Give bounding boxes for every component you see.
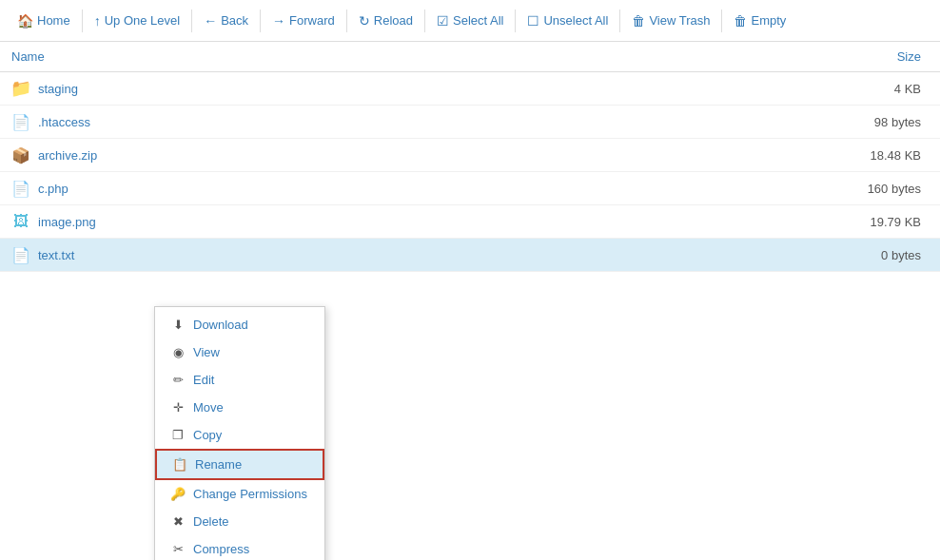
file-size: 19.79 KB [827,205,940,239]
context-menu-label-edit: Edit [193,373,214,387]
table-row[interactable]: 📄 text.txt 0 bytes [0,239,940,272]
copy-icon: ❐ [170,428,186,442]
file-name-cell-cphp: 📄 c.php [0,172,827,205]
up-label: Up One Level [105,13,181,28]
empty-icon: 🗑 [734,13,747,29]
context-menu-label-delete: Delete [193,514,229,529]
table-row[interactable]: 🖼 image.png 19.79 KB [0,205,940,239]
file-size: 98 bytes [827,106,940,139]
context-menu-label-download: Download [193,318,248,332]
download-icon: ⬇ [170,318,186,332]
divider-5 [424,10,425,32]
up-icon: ↑ [94,13,101,29]
file-name: staging [38,82,78,96]
divider-6 [515,10,516,32]
view-trash-icon: 🗑 [632,13,645,29]
context-menu-label-copy: Copy [193,428,222,442]
back-icon: ← [204,13,217,29]
empty-label: Empty [751,13,786,28]
file-name: c.php [38,182,69,196]
context-menu-item-change-permissions[interactable]: 🔑 Change Permissions [155,480,324,508]
context-menu-item-rename[interactable]: 📋 Rename [155,449,324,480]
file-name: text.txt [38,248,74,262]
forward-label: Forward [289,13,335,28]
file-type-icon: 🖼 [11,212,30,231]
context-menu-item-copy[interactable]: ❐ Copy [155,421,324,449]
file-name: .htaccess [38,115,90,129]
table-header-row: Name Size [0,42,940,72]
rename-icon: 📋 [172,457,187,472]
toolbar: 🏠 Home ↑ Up One Level ← Back → Forward ↻… [0,0,940,42]
compress-icon: ✂ [170,542,186,556]
view-icon: ◉ [170,345,186,359]
forward-button[interactable]: → Forward [263,8,344,34]
file-name: image.png [38,215,96,229]
select-all-button[interactable]: ☑ Select All [427,8,513,34]
unselect-all-icon: ☐ [527,13,539,29]
file-size: 0 bytes [827,239,940,272]
file-size: 18.48 KB [827,139,940,172]
context-menu-label-move: Move [193,400,224,415]
file-name-cell-image: 🖼 image.png [0,205,827,239]
file-size: 4 KB [827,72,940,106]
context-menu-label-rename: Rename [195,457,242,472]
file-type-icon: 📦 [11,145,30,164]
table-row[interactable]: 📄 .htaccess 98 bytes [0,106,940,139]
select-all-icon: ☑ [437,13,449,29]
file-list-container: Name Size 📁 staging 4 KB 📄 .htaccess 98 … [0,42,940,272]
context-menu-item-move[interactable]: ✛ Move [155,394,324,421]
divider-2 [191,10,192,32]
file-table: Name Size 📁 staging 4 KB 📄 .htaccess 98 … [0,42,940,272]
file-name: archive.zip [38,148,97,163]
col-name-header[interactable]: Name [0,42,827,72]
divider-4 [346,10,347,32]
context-menu-item-delete[interactable]: ✖ Delete [155,508,324,535]
home-icon: 🏠 [17,13,33,29]
context-menu-item-edit[interactable]: ✏ Edit [155,366,324,394]
context-menu-item-view[interactable]: ◉ View [155,338,324,366]
move-icon: ✛ [170,400,186,415]
back-button[interactable]: ← Back [194,8,258,34]
divider-1 [82,10,83,32]
context-menu: ⬇ Download◉ View✏ Edit✛ Move❐ Copy📋 Rena… [154,306,325,560]
file-name-cell-archive: 📦 archive.zip [0,139,827,172]
back-label: Back [221,13,248,28]
empty-button[interactable]: 🗑 Empty [724,8,795,34]
delete-icon: ✖ [170,514,186,529]
table-row[interactable]: 📁 staging 4 KB [0,72,940,106]
home-label: Home [37,13,70,28]
file-name-cell-htaccess: 📄 .htaccess [0,106,827,139]
view-trash-label: View Trash [649,13,710,28]
divider-3 [260,10,261,32]
file-name-cell-staging: 📁 staging [0,72,827,106]
select-all-label: Select All [453,13,503,28]
change-permissions-icon: 🔑 [170,487,186,501]
home-button[interactable]: 🏠 Home [8,8,80,34]
file-name-cell-texttxt: 📄 text.txt [0,239,827,272]
up-one-level-button[interactable]: ↑ Up One Level [85,8,190,34]
reload-label: Reload [374,13,413,28]
view-trash-button[interactable]: 🗑 View Trash [622,8,719,34]
context-menu-label-change-permissions: Change Permissions [193,487,307,501]
forward-icon: → [272,13,285,29]
reload-icon: ↻ [359,13,370,29]
context-menu-item-compress[interactable]: ✂ Compress [155,535,324,560]
unselect-all-button[interactable]: ☐ Unselect All [518,8,617,34]
context-menu-label-view: View [193,345,220,359]
col-size-header[interactable]: Size [827,42,940,72]
unselect-all-label: Unselect All [543,13,608,28]
file-type-icon: 📄 [11,245,30,264]
table-row[interactable]: 📄 c.php 160 bytes [0,172,940,205]
file-type-icon: 📁 [11,79,30,98]
context-menu-label-compress: Compress [193,542,249,556]
file-type-icon: 📄 [11,112,30,131]
divider-7 [619,10,620,32]
file-type-icon: 📄 [11,179,30,198]
divider-8 [721,10,722,32]
context-menu-item-download[interactable]: ⬇ Download [155,311,324,338]
edit-icon: ✏ [170,373,186,387]
file-size: 160 bytes [827,172,940,205]
table-row[interactable]: 📦 archive.zip 18.48 KB [0,139,940,172]
reload-button[interactable]: ↻ Reload [349,8,422,34]
